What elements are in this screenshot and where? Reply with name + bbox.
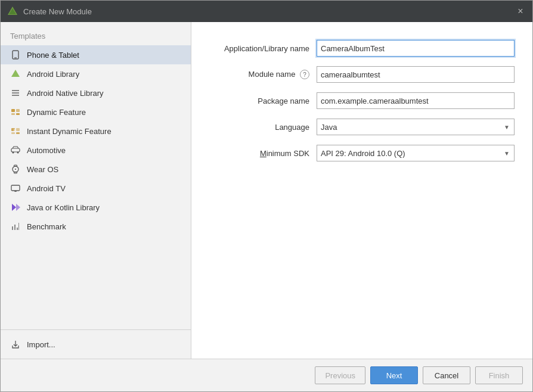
app-icon [7, 5, 18, 17]
automotive-icon [10, 145, 21, 155]
svg-rect-8 [11, 109, 15, 112]
sidebar-item-android-native[interactable]: Android Native Library [1, 83, 191, 102]
svg-rect-10 [11, 113, 15, 115]
finish-button[interactable]: Finish [475, 366, 523, 384]
sidebar-item-benchmark[interactable]: Benchmark [1, 217, 191, 236]
sidebar-item-wear-os[interactable]: Wear OS [1, 160, 191, 179]
main-form: Application/Library name Module name ? P… [191, 22, 532, 359]
import-button[interactable]: Import... [10, 336, 181, 353]
svg-marker-27 [12, 204, 16, 211]
svg-rect-22 [14, 172, 17, 174]
phone-icon [10, 49, 21, 60]
sidebar-item-dynamic-feature[interactable]: Dynamic Feature [1, 102, 191, 122]
app-library-name-row: Application/Library name [209, 40, 515, 57]
import-label: Import... [27, 340, 55, 349]
svg-rect-21 [14, 165, 17, 167]
svg-marker-28 [16, 204, 20, 211]
sidebar-item-label: Benchmark [27, 222, 66, 231]
minimum-sdk-select-wrapper: API 29: Android 10.0 (Q) API 21: Android… [317, 145, 515, 161]
language-select[interactable]: Java Kotlin [317, 119, 515, 135]
language-row: Language Java Kotlin ▼ [209, 119, 515, 135]
sidebar-item-label: Phone & Tablet [27, 51, 79, 60]
android-native-icon [10, 88, 21, 98]
android-tv-icon [10, 183, 21, 194]
content-area: Templates Phone & Tablet And [1, 22, 532, 359]
next-button[interactable]: Next [370, 366, 418, 384]
language-select-wrapper: Java Kotlin ▼ [317, 119, 515, 135]
sidebar-list: Phone & Tablet Android Library [1, 45, 191, 329]
sidebar-item-label: Android TV [27, 184, 66, 193]
sidebar-item-android-tv[interactable]: Android TV [1, 179, 191, 198]
dialog: Create New Module × Templates Phone & Ta… [0, 0, 533, 392]
sidebar-item-label: Android Library [27, 70, 79, 79]
bottom-bar: Previous Next Cancel Finish [1, 359, 532, 391]
title-bar: Create New Module × [1, 1, 532, 22]
module-name-input[interactable] [317, 66, 515, 83]
module-name-label: Module name ? [209, 70, 317, 80]
svg-rect-15 [16, 132, 20, 134]
svg-rect-9 [16, 109, 20, 112]
instant-dynamic-icon: i [10, 126, 21, 136]
package-name-row: Package name [209, 92, 515, 109]
sidebar-footer: Import... [1, 329, 191, 359]
sidebar-item-label: Automotive [27, 146, 66, 155]
previous-button[interactable]: Previous [315, 366, 365, 384]
cancel-button[interactable]: Cancel [423, 366, 470, 384]
import-icon [10, 339, 21, 350]
minimum-sdk-label: Minimum SDK [209, 149, 317, 158]
package-name-input[interactable] [317, 92, 515, 109]
svg-point-23 [15, 169, 16, 170]
svg-point-18 [13, 152, 14, 154]
sidebar-header: Templates [1, 22, 191, 45]
package-name-label: Package name [209, 97, 317, 105]
svg-rect-13 [16, 128, 20, 131]
sidebar-item-label: Dynamic Feature [27, 108, 86, 117]
svg-marker-4 [11, 70, 20, 77]
svg-rect-14 [11, 132, 15, 134]
dialog-title: Create New Module [23, 7, 515, 16]
android-library-icon [10, 69, 21, 79]
sidebar-item-instant-dynamic[interactable]: i Instant Dynamic Feature [1, 122, 191, 141]
sidebar-item-label: Android Native Library [27, 89, 104, 98]
close-button[interactable]: × [515, 5, 526, 17]
dynamic-feature-icon [10, 107, 21, 117]
module-name-help-icon[interactable]: ? [300, 70, 309, 79]
minimum-sdk-select[interactable]: API 29: Android 10.0 (Q) API 21: Android… [317, 145, 515, 161]
app-library-name-input[interactable] [317, 40, 515, 57]
module-name-row: Module name ? [209, 66, 515, 83]
svg-text:i: i [14, 128, 15, 132]
sidebar-item-label: Java or Kotlin Library [27, 203, 100, 212]
sidebar-item-automotive[interactable]: Automotive [1, 141, 191, 160]
minimum-sdk-row: Minimum SDK API 29: Android 10.0 (Q) API… [209, 145, 515, 161]
svg-rect-11 [16, 113, 20, 115]
sidebar-item-label: Instant Dynamic Feature [27, 127, 111, 136]
language-label: Language [209, 123, 317, 132]
sidebar-item-phone-tablet[interactable]: Phone & Tablet [1, 45, 191, 64]
sidebar-item-android-library[interactable]: Android Library [1, 64, 191, 83]
app-library-name-label: Application/Library name [209, 44, 317, 53]
java-kotlin-icon [10, 202, 21, 213]
sidebar: Templates Phone & Tablet And [1, 22, 191, 359]
benchmark-icon [10, 221, 21, 232]
wear-os-icon [10, 164, 21, 175]
sidebar-item-label: Wear OS [27, 165, 58, 174]
svg-rect-24 [11, 185, 20, 191]
svg-rect-17 [11, 148, 20, 152]
sidebar-item-java-kotlin[interactable]: Java or Kotlin Library [1, 198, 191, 217]
svg-point-19 [17, 152, 19, 154]
